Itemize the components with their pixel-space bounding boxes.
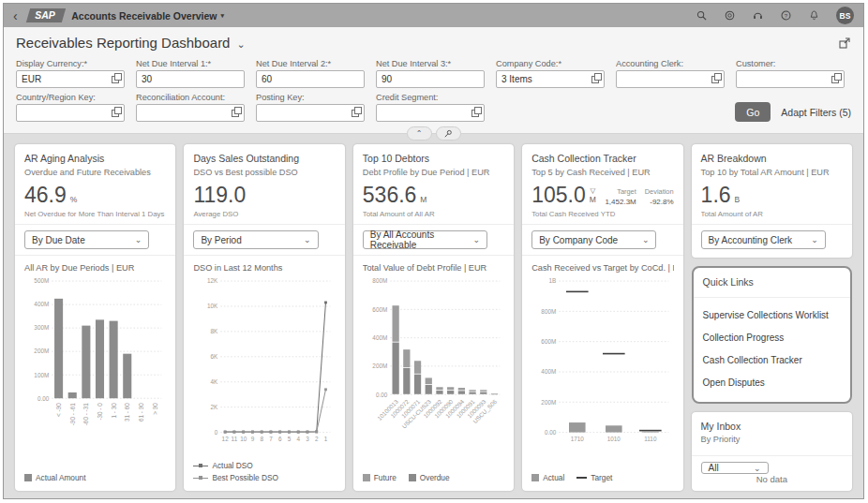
value-help-icon[interactable] bbox=[591, 76, 599, 83]
filter-value: 90 bbox=[382, 74, 479, 84]
card-title: AR Aging Analysis bbox=[24, 153, 166, 164]
divider bbox=[184, 255, 344, 256]
svg-text:200M: 200M bbox=[34, 348, 49, 354]
svg-text:800M: 800M bbox=[542, 308, 557, 315]
svg-text:1B: 1B bbox=[549, 277, 557, 284]
quick-link-item[interactable]: Collection Progress bbox=[703, 326, 841, 348]
app-title-menu[interactable]: Accounts Receivable Overview▾ bbox=[71, 10, 224, 22]
view-by-select[interactable]: By Due Date⌄ bbox=[24, 230, 149, 249]
quick-link-item[interactable]: Open Disputes bbox=[703, 371, 841, 393]
view-by-value: By Due Date bbox=[32, 235, 85, 245]
legend-label: Best Possible DSO bbox=[212, 473, 278, 482]
filter-input-net-due-interval-2[interactable]: 60 bbox=[256, 70, 365, 88]
card-days-sales-outstanding[interactable]: Days Sales Outstanding DSO vs Best possi… bbox=[184, 144, 344, 491]
filter-input-credit-segment[interactable] bbox=[376, 104, 485, 122]
svg-text:1 - 30: 1 - 30 bbox=[111, 403, 117, 419]
deviation-value: -92.8% bbox=[645, 198, 674, 206]
kpi-unit: B bbox=[735, 195, 741, 206]
quick-links-title: Quick Links bbox=[703, 276, 841, 291]
filter-input-reconciliation-account[interactable] bbox=[136, 104, 245, 122]
filter-field-company-code: Company Code:*3 Items bbox=[496, 59, 605, 88]
filter-input-company-code[interactable]: 3 Items bbox=[496, 70, 605, 88]
chevron-down-icon: ⌄ bbox=[811, 235, 818, 244]
filter-value: 3 Items bbox=[501, 74, 588, 84]
card-ar-aging-analysis[interactable]: AR Aging Analysis Overdue and Future Rec… bbox=[15, 144, 175, 491]
filter-label: Reconciliation Account: bbox=[136, 93, 245, 102]
page-title[interactable]: Receivables Reporting Dashboard⌄ bbox=[16, 35, 246, 51]
value-help-icon[interactable] bbox=[112, 110, 119, 117]
dso-line-chart[interactable]: 02K4K6K8K10K12K121110987654321 bbox=[193, 274, 335, 450]
pin-filters-button[interactable] bbox=[436, 126, 461, 141]
collapse-filters-button[interactable]: ⌃ bbox=[407, 126, 432, 141]
svg-text:0.00: 0.00 bbox=[545, 429, 557, 436]
back-icon[interactable]: ‹ bbox=[13, 9, 18, 22]
svg-text:200M: 200M bbox=[542, 399, 557, 406]
svg-text:12K: 12K bbox=[207, 277, 218, 284]
filter-input-net-due-interval-1[interactable]: 30 bbox=[136, 70, 245, 88]
legend-swatch bbox=[193, 476, 208, 480]
svg-text:4K: 4K bbox=[211, 378, 219, 385]
svg-text:61 - 90: 61 - 90 bbox=[138, 403, 144, 422]
filter-input-posting-key[interactable] bbox=[256, 104, 365, 122]
share-icon[interactable] bbox=[838, 37, 851, 50]
avatar[interactable]: BS bbox=[836, 7, 854, 24]
svg-text:11: 11 bbox=[232, 436, 238, 442]
adapt-filters-link[interactable]: Adapt Filters (5) bbox=[781, 107, 851, 118]
legend-item: Future bbox=[363, 473, 397, 482]
svg-text:31 - 60: 31 - 60 bbox=[124, 403, 130, 422]
card-subtitle: Top 10 by Total AR Amount | EUR bbox=[701, 168, 843, 177]
filter-value: EUR bbox=[22, 74, 108, 84]
card-top-10-debtors[interactable]: Top 10 Debtors Debt Profile by Due Perio… bbox=[353, 144, 514, 491]
card-quick-links[interactable]: Quick Links Supervise Collections Workli… bbox=[692, 266, 852, 404]
legend-swatch bbox=[576, 477, 587, 479]
quick-link-item[interactable]: Cash Collection Tracker bbox=[703, 348, 841, 371]
target-value: 1,452.3M bbox=[605, 198, 636, 206]
filter-label: Net Due Interval 1:* bbox=[136, 59, 245, 68]
inbox-subtitle: By Priority bbox=[701, 435, 843, 444]
value-help-icon[interactable] bbox=[112, 76, 119, 83]
svg-text:9: 9 bbox=[251, 436, 255, 442]
copilot-icon[interactable] bbox=[724, 9, 736, 22]
quick-link-item[interactable]: Supervise Collections Worklist bbox=[703, 303, 841, 326]
view-by-select[interactable]: By Accounting Clerk⌄ bbox=[701, 230, 826, 249]
view-by-select[interactable]: By All Accounts Receivable⌄ bbox=[363, 230, 487, 249]
svg-text:400M: 400M bbox=[34, 301, 49, 307]
filter-input-customer[interactable] bbox=[736, 70, 845, 88]
view-by-select[interactable]: By Company Code⌄ bbox=[531, 230, 656, 249]
card-cash-collection-tracker[interactable]: Cash Collection Tracker Top 5 by Cash Re… bbox=[522, 144, 682, 491]
kpi-footnote: Net Overdue for More Than Interval 1 Day… bbox=[24, 210, 166, 218]
filter-label: Net Due Interval 2:* bbox=[256, 59, 365, 68]
chevron-down-icon: ⌄ bbox=[642, 235, 650, 244]
filter-input-accounting-clerk[interactable] bbox=[616, 70, 725, 88]
ar-aging-bar-chart[interactable]: 0.00100M200M300M400M500M< -90-90 - -61-6… bbox=[24, 274, 166, 450]
filter-input-display-currency[interactable]: EUR bbox=[16, 70, 125, 88]
value-help-icon[interactable] bbox=[232, 110, 239, 117]
filter-field-credit-segment: Credit Segment: bbox=[376, 93, 485, 122]
card-ar-breakdown[interactable]: AR Breakdown Top 10 by Total AR Amount |… bbox=[692, 144, 852, 258]
value-help-icon[interactable] bbox=[352, 110, 359, 117]
svg-text:12: 12 bbox=[222, 436, 230, 442]
support-icon[interactable] bbox=[752, 9, 764, 22]
bell-icon[interactable] bbox=[808, 9, 820, 22]
value-help-icon[interactable] bbox=[711, 76, 719, 83]
search-icon[interactable] bbox=[696, 9, 708, 22]
cash-received-bar-chart[interactable]: 0.00200M400M600M800M1B171010101110 bbox=[531, 274, 673, 450]
help-icon[interactable]: ? bbox=[780, 9, 792, 22]
dashboard: AR Aging Analysis Overdue and Future Rec… bbox=[4, 134, 863, 498]
kpi-value: 1.6 bbox=[701, 185, 731, 206]
card-my-inbox[interactable]: My Inbox By Priority All⌄ No data bbox=[692, 412, 852, 491]
svg-text:400M: 400M bbox=[542, 368, 557, 375]
inbox-priority-value: All bbox=[709, 463, 719, 473]
chart-legend: Actual Amount bbox=[24, 471, 166, 482]
shell-icon-group: ? bbox=[696, 9, 820, 22]
sap-logo[interactable]: SAP bbox=[26, 8, 66, 22]
view-by-select[interactable]: By Period⌄ bbox=[193, 230, 318, 249]
go-button[interactable]: Go bbox=[735, 102, 771, 122]
debt-profile-stacked-bar-chart[interactable]: 0.00200M400M600M800M10100013100007210000… bbox=[363, 274, 504, 450]
inbox-priority-select[interactable]: All⌄ bbox=[701, 462, 769, 474]
value-help-icon[interactable] bbox=[831, 76, 839, 83]
value-help-icon[interactable] bbox=[471, 110, 479, 117]
inbox-empty-text: No data bbox=[701, 474, 843, 486]
filter-input-net-due-interval-3[interactable]: 90 bbox=[376, 70, 485, 88]
filter-input-country-region-key[interactable] bbox=[16, 104, 125, 122]
